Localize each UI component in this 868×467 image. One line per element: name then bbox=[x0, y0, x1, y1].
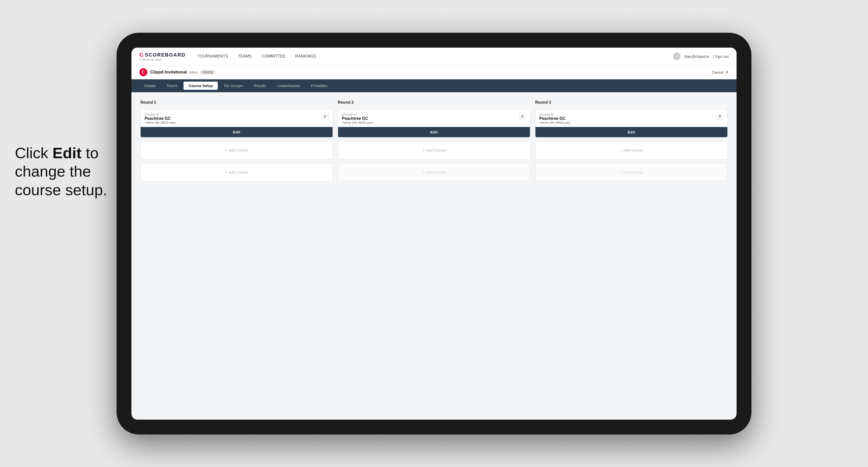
round-3-edit-button[interactable]: Edit bbox=[535, 127, 727, 137]
tournament-logo: C bbox=[140, 68, 147, 76]
round-1-edit-button[interactable]: Edit bbox=[141, 127, 333, 137]
tab-results[interactable]: Results bbox=[249, 82, 271, 90]
tab-details[interactable]: Details bbox=[140, 82, 161, 90]
logo-subtitle: Powered by clippd bbox=[140, 58, 186, 61]
round-2-add-course-2: + Add Course bbox=[338, 163, 530, 182]
round-3-title: Round 3 bbox=[535, 100, 727, 105]
round-3-course-card: (Course A) Peachtree GC Yellow (M) (6629… bbox=[535, 109, 727, 137]
annotation-text: Click Edit tochange thecourse setup. bbox=[15, 144, 107, 199]
plus-icon-3: + bbox=[422, 148, 425, 152]
tablet-shell: CSCOREBOARD Powered by clippd TOURNAMENT… bbox=[117, 33, 751, 435]
sign-out-link[interactable]: | Sign out bbox=[713, 54, 728, 59]
nav-right: blair@clippd.io | Sign out bbox=[673, 53, 728, 60]
course-label: (Course A) bbox=[145, 113, 176, 116]
cancel-button[interactable]: Cancel ✕ bbox=[712, 70, 728, 74]
delete-course-button-2[interactable]: 🗑 bbox=[519, 113, 526, 120]
course-name: Peachtree GC bbox=[145, 116, 176, 121]
user-email: blair@clippd.io bbox=[684, 54, 709, 59]
logo-area: CSCOREBOARD Powered by clippd bbox=[140, 52, 186, 61]
round-3-add-course-2: + Add Course bbox=[535, 163, 727, 182]
tab-bar: Details Teams Course Setup Tee Groups Re… bbox=[131, 80, 737, 92]
hosting-badge: Hosting bbox=[200, 70, 215, 74]
course-name-2: Peachtree GC bbox=[342, 116, 373, 121]
round-1-add-course-2[interactable]: + Add Course bbox=[141, 163, 333, 182]
tab-teams[interactable]: Teams bbox=[162, 82, 183, 90]
rounds-container: Round 1 (Course A) Peachtree GC Yellow (… bbox=[141, 100, 727, 182]
nav-links: TOURNAMENTS TEAMS COMMITTEE RANKINGS bbox=[197, 53, 673, 60]
round-2-column: Round 2 (Course A) Peachtree GC Yellow (… bbox=[338, 100, 530, 182]
round-1-column: Round 1 (Course A) Peachtree GC Yellow (… bbox=[141, 100, 333, 182]
plus-icon-5: + bbox=[620, 148, 622, 152]
nav-committee[interactable]: COMMITTEE bbox=[261, 53, 285, 60]
course-card-header-3: (Course A) Peachtree GC Yellow (M) (6629… bbox=[535, 110, 727, 127]
user-avatar bbox=[673, 53, 681, 60]
round-1-title: Round 1 bbox=[141, 100, 333, 105]
trash-icon: 🗑 bbox=[323, 114, 327, 119]
plus-icon-6: + bbox=[620, 170, 622, 174]
tournament-name: Clippd Invitational bbox=[150, 70, 187, 75]
course-card-info: (Course A) Peachtree GC Yellow (M) (6629… bbox=[145, 113, 176, 125]
tab-leaderboards[interactable]: Leaderboards bbox=[272, 82, 305, 90]
round-1-add-course-1[interactable]: + Add Course bbox=[141, 141, 333, 159]
round-1-course-card: (Course A) Peachtree GC Yellow (M) (6629… bbox=[141, 109, 333, 137]
main-content: Round 1 (Course A) Peachtree GC Yellow (… bbox=[131, 92, 737, 419]
round-2-edit-button[interactable]: Edit bbox=[338, 127, 530, 137]
round-2-add-course-1[interactable]: + Add Course bbox=[338, 141, 530, 159]
tablet-screen: CSCOREBOARD Powered by clippd TOURNAMENT… bbox=[131, 48, 737, 419]
sub-header: C Clippd Invitational (Men) Hosting Canc… bbox=[131, 65, 737, 80]
round-2-course-card: (Course A) Peachtree GC Yellow (M) (6629… bbox=[338, 109, 530, 137]
course-card-info-3: (Course A) Peachtree GC Yellow (M) (6629… bbox=[539, 113, 570, 125]
course-card-header: (Course A) Peachtree GC Yellow (M) (6629… bbox=[141, 110, 333, 127]
plus-icon-4: + bbox=[422, 170, 425, 174]
nav-rankings[interactable]: RANKINGS bbox=[296, 53, 316, 60]
course-details: Yellow (M) (6629 yds) bbox=[145, 121, 176, 125]
top-nav: CSCOREBOARD Powered by clippd TOURNAMENT… bbox=[131, 48, 737, 65]
plus-icon-1: + bbox=[225, 148, 227, 152]
course-label-3: (Course A) bbox=[539, 113, 570, 116]
nav-teams[interactable]: TEAMS bbox=[238, 53, 252, 60]
course-details-3: Yellow (M) (6629 yds) bbox=[539, 121, 570, 125]
trash-icon-2: 🗑 bbox=[521, 114, 525, 119]
course-card-header-2: (Course A) Peachtree GC Yellow (M) (6629… bbox=[338, 110, 530, 127]
round-3-column: Round 3 (Course A) Peachtree GC Yellow (… bbox=[535, 100, 727, 182]
cancel-icon: ✕ bbox=[725, 70, 728, 74]
course-details-2: Yellow (M) (6629 yds) bbox=[342, 121, 373, 125]
logo-c-letter: C bbox=[140, 52, 144, 58]
tournament-gender: (Men) bbox=[189, 70, 198, 74]
plus-icon-2: + bbox=[225, 170, 227, 174]
course-label-2: (Course A) bbox=[342, 113, 373, 116]
course-name-3: Peachtree GC bbox=[539, 116, 570, 121]
round-3-add-course-1[interactable]: + Add Course bbox=[535, 141, 727, 159]
logo-title: CSCOREBOARD bbox=[140, 52, 186, 58]
tab-tee-groups[interactable]: Tee Groups bbox=[219, 82, 248, 90]
tab-printables[interactable]: Printables bbox=[306, 82, 333, 90]
trash-icon-3: 🗑 bbox=[718, 114, 722, 119]
nav-tournaments[interactable]: TOURNAMENTS bbox=[197, 53, 228, 60]
delete-course-button-3[interactable]: 🗑 bbox=[716, 113, 723, 120]
tab-course-setup[interactable]: Course Setup bbox=[184, 82, 218, 90]
round-2-title: Round 2 bbox=[338, 100, 530, 105]
delete-course-button[interactable]: 🗑 bbox=[322, 113, 329, 120]
course-card-info-2: (Course A) Peachtree GC Yellow (M) (6629… bbox=[342, 113, 373, 125]
